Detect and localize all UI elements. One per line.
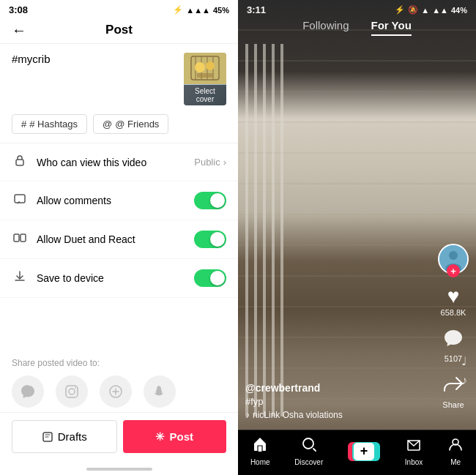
- cover-thumb-img: [184, 53, 226, 84]
- setting-duet-react[interactable]: Allow Duet and React: [0, 220, 238, 259]
- comments-count: 5107: [445, 354, 462, 363]
- music-note-1: ♩: [461, 354, 467, 368]
- nav-inbox[interactable]: Inbox: [405, 436, 423, 466]
- video-info: @crewbertrand #fyp ♪ nicLink Osha violat…: [245, 382, 425, 420]
- music-prefix-icon: ♪: [245, 410, 250, 420]
- post-sparkle-icon: ✳: [155, 430, 165, 444]
- home-label: Home: [250, 458, 270, 466]
- signal-icon: ▲▲▲: [186, 6, 210, 15]
- share-icons-row: [12, 375, 226, 408]
- setting-who-can-view[interactable]: Who can view this video Public ›: [0, 143, 238, 182]
- share-snapchat-icon[interactable]: [144, 375, 176, 408]
- nav-tabs: Following For You: [238, 19, 476, 36]
- settings-list: Who can view this video Public › Allow c…: [0, 143, 238, 351]
- svg-rect-12: [21, 234, 26, 242]
- wifi-icon: ▲: [421, 6, 429, 15]
- me-icon: [447, 436, 464, 457]
- comments-toggle[interactable]: [194, 192, 226, 209]
- allow-comments-label: Allow comments: [37, 195, 111, 206]
- discover-icon: [301, 436, 317, 457]
- page-title: Post: [105, 23, 133, 37]
- for-you-label: For You: [371, 19, 412, 31]
- share-arrow-icon: [443, 375, 464, 399]
- chevron-right-icon: ›: [223, 157, 226, 168]
- share-label: Share: [442, 400, 464, 409]
- svg-rect-9: [16, 160, 23, 165]
- following-label: Following: [302, 19, 349, 31]
- svg-point-19: [449, 251, 458, 260]
- bottom-bar: Drafts ✳ Post: [0, 412, 238, 465]
- nav-home[interactable]: Home: [250, 436, 270, 466]
- time-right: 3:11: [247, 4, 266, 15]
- svg-point-14: [69, 389, 75, 394]
- svg-rect-8: [197, 73, 213, 78]
- save-toggle[interactable]: [194, 269, 226, 287]
- svg-point-6: [195, 62, 205, 72]
- inbox-icon: [406, 436, 422, 457]
- back-button[interactable]: ←: [12, 22, 26, 39]
- discover-label: Discover: [294, 458, 323, 466]
- hashtags-button[interactable]: # # Hashtags: [12, 114, 87, 134]
- video-tag[interactable]: #fyp: [245, 396, 425, 407]
- cover-thumbnail[interactable]: Select cover: [184, 53, 226, 105]
- post-button[interactable]: ✳ Post: [123, 420, 227, 453]
- setting-left-1: Who can view this video: [12, 154, 146, 171]
- heart-icon: ♥: [447, 286, 460, 307]
- creator-avatar[interactable]: +: [438, 244, 469, 274]
- follow-plus-badge: +: [447, 264, 460, 277]
- hashtag-symbol: #: [21, 119, 26, 130]
- hashtags-label: # Hashtags: [29, 119, 78, 130]
- share-messages-icon[interactable]: [12, 375, 44, 408]
- like-action[interactable]: ♥ 658.8K: [441, 286, 466, 317]
- status-bar-left: 3:08 ⚡ ▲▲▲ 45%: [0, 0, 238, 18]
- tab-following[interactable]: Following: [302, 19, 349, 36]
- signal-right-icon: ▲▲: [432, 6, 448, 15]
- share-add-icon[interactable]: [100, 375, 132, 408]
- save-device-label: Save to device: [37, 272, 104, 284]
- svg-rect-11: [14, 234, 19, 242]
- plus-button-wrap[interactable]: +: [348, 441, 380, 462]
- tab-for-you[interactable]: For You: [371, 19, 412, 36]
- inbox-label: Inbox: [405, 458, 423, 466]
- svg-point-21: [303, 438, 313, 449]
- caption-text[interactable]: #mycrib: [12, 53, 176, 82]
- mute-icon: 🔕: [408, 5, 418, 15]
- caption-area: #mycrib Select cover: [0, 44, 238, 114]
- drafts-button[interactable]: Drafts: [12, 420, 117, 453]
- home-indicator-bar: [86, 468, 152, 471]
- me-label: Me: [450, 458, 461, 466]
- post-label: Post: [169, 430, 193, 443]
- duet-icon: [12, 231, 28, 248]
- svg-point-15: [75, 387, 76, 389]
- nav-plus[interactable]: +: [348, 441, 380, 462]
- left-panel: 3:08 ⚡ ▲▲▲ 45% ← Post #mycrib: [0, 0, 238, 475]
- friends-button[interactable]: @ @ Friends: [93, 114, 168, 134]
- bottom-nav: Home Discover +: [238, 430, 476, 475]
- share-label: Share posted video to:: [12, 358, 226, 368]
- header-bar: ← Post: [0, 18, 238, 44]
- setting-allow-comments[interactable]: Allow comments: [0, 182, 238, 220]
- comment-icon: [12, 192, 28, 209]
- status-icons-left: ⚡ ▲▲▲ 45%: [173, 5, 229, 15]
- video-username[interactable]: @crewbertrand: [245, 382, 425, 394]
- nav-me[interactable]: Me: [447, 436, 464, 466]
- nav-discover[interactable]: Discover: [294, 436, 323, 466]
- status-bar-right: 3:11 ⚡ 🔕 ▲ ▲▲ 44%: [238, 0, 476, 18]
- duet-toggle[interactable]: [194, 231, 226, 248]
- comment-bubble-icon: [442, 329, 464, 353]
- cover-label[interactable]: Select cover: [184, 85, 226, 105]
- setting-left-4: Save to device: [12, 270, 104, 287]
- plus-center-box: +: [354, 443, 374, 460]
- share-instagram-icon[interactable]: [56, 375, 88, 408]
- setting-save-device[interactable]: Save to device: [0, 259, 238, 298]
- save-icon: [12, 270, 28, 287]
- bluetooth-icon: ⚡: [173, 5, 183, 15]
- at-symbol: @: [103, 119, 112, 130]
- music-notes: ♩ ♪: [461, 354, 467, 387]
- share-section: Share posted video to:: [0, 351, 238, 412]
- video-music[interactable]: ♪ nicLink Osha violations: [245, 410, 425, 420]
- who-can-view-label: Who can view this video: [37, 157, 146, 168]
- setting-right-1: Public ›: [194, 157, 226, 168]
- tags-row: # # Hashtags @ @ Friends: [0, 114, 238, 143]
- likes-count: 658.8K: [441, 308, 466, 317]
